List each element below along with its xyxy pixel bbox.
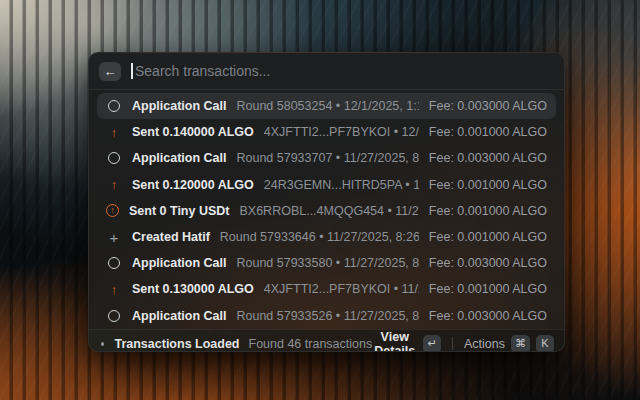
arrow-up-icon: ↑ [106,177,122,193]
status-bar: Transactions Loaded Found 46 transaction… [89,329,564,352]
transaction-meta: BX6RROBL...4MQQG454 • 11/27/2025, 8:29:1… [239,204,418,218]
back-button[interactable]: ← [99,62,121,81]
transaction-fee: Fee: 0.001000 ALGO [429,125,547,139]
transaction-fee: Fee: 0.001000 ALGO [429,282,547,296]
transaction-row[interactable]: Application Call Round 58053254 • 12/1/2… [97,93,556,119]
transaction-fee: Fee: 0.003000 ALGO [429,151,547,165]
circle-outline-icon [106,308,122,324]
transaction-title: Application Call [132,256,226,270]
transaction-meta: 4XJFTTI2...PF7BYKOI • 12/1/2025, 1:17:59… [264,125,419,139]
transaction-title: Sent 0.120000 ALGO [132,178,254,192]
cmd-key-icon: ⌘ [511,335,530,352]
transaction-row[interactable]: + Created Hatif Round 57933646 • 11/27/2… [97,224,556,250]
circle-outline-icon [106,98,122,114]
background: { "palette_colors": { "accent_orange": "… [0,0,640,400]
transaction-meta: Round 58053254 • 12/1/2025, 1:17:59 PM [236,99,418,113]
transaction-row[interactable]: Application Call Round 57933580 • 11/27/… [97,250,556,276]
view-details-button[interactable]: View Details ↵ [372,330,441,352]
transaction-meta: 4XJFTTI2...PF7BYKOI • 11/27/2025, 8:23:4… [264,282,419,296]
transaction-title: Sent 0.140000 ALGO [132,125,254,139]
arrow-up-circle-icon: ↑ [106,204,119,217]
footer-actions: View Details ↵ Actions ⌘ K [372,330,554,352]
arrow-left-icon: ← [104,65,117,78]
enter-key-icon: ↵ [423,335,441,352]
transaction-meta: Round 57933580 • 11/27/2025, 8:23:43 PM [236,256,418,270]
transaction-fee: Fee: 0.003000 ALGO [429,309,547,323]
transaction-title: Application Call [132,309,226,323]
view-details-label: View Details [372,330,417,352]
transaction-title: Application Call [132,151,226,165]
actions-button[interactable]: Actions ⌘ K [464,335,554,352]
circle-outline-icon [106,150,122,166]
transaction-row[interactable]: Application Call Round 57933526 • 11/27/… [97,303,556,329]
transaction-title: Application Call [132,99,226,113]
transaction-fee: Fee: 0.001000 ALGO [429,230,547,244]
circle-outline-icon [106,255,122,271]
transaction-meta: 24R3GEMN...HITRD5PA • 11/27/2025, 8:29:2… [264,178,419,192]
arrow-up-icon: ↑ [106,281,122,297]
transaction-row[interactable]: ↑ Sent 0.130000 ALGO 4XJFTTI2...PF7BYKOI… [97,276,556,302]
arrow-up-icon: ↑ [106,124,122,140]
transaction-title: Created Hatif [132,230,210,244]
status-title: Transactions Loaded [114,337,239,351]
transaction-fee: Fee: 0.001000 ALGO [429,178,547,192]
transaction-row[interactable]: ↑ Sent 0.120000 ALGO 24R3GEMN...HITRD5PA… [97,172,556,198]
transaction-fee: Fee: 0.003000 ALGO [429,99,547,113]
transaction-meta: Round 57933707 • 11/27/2025, 8:29:22 PM [236,151,418,165]
transaction-row[interactable]: Application Call Round 57933707 • 11/27/… [97,145,556,171]
transaction-title: Sent 0 Tiny USDt [129,204,229,218]
transaction-title: Sent 0.130000 ALGO [132,282,254,296]
transaction-meta: Round 57933646 • 11/27/2025, 8:26:39 PM [220,230,419,244]
k-key-icon: K [536,335,554,352]
transaction-meta: Round 57933526 • 11/27/2025, 8:21:20 PM [236,309,418,323]
transaction-row[interactable]: ↑ Sent 0 Tiny USDt BX6RROBL...4MQQG454 •… [97,198,556,224]
search-field-wrap [131,63,552,79]
transaction-row[interactable]: ↑ Sent 0.140000 ALGO 4XJFTTI2...PF7BYKOI… [97,119,556,145]
transaction-list: Application Call Round 58053254 • 12/1/2… [89,90,564,329]
command-palette: ← Application Call Round 58053254 • 12/1… [88,52,565,352]
transaction-fee: Fee: 0.001000 ALGO [429,204,547,218]
status-dot-icon [101,342,104,346]
plus-icon: + [106,229,122,245]
footer-divider [452,337,453,350]
status-detail: Found 46 transactions [249,337,373,351]
text-caret [131,63,133,79]
search-input[interactable] [131,63,552,79]
transaction-fee: Fee: 0.003000 ALGO [429,256,547,270]
search-bar: ← [89,53,564,90]
actions-label: Actions [464,337,505,351]
